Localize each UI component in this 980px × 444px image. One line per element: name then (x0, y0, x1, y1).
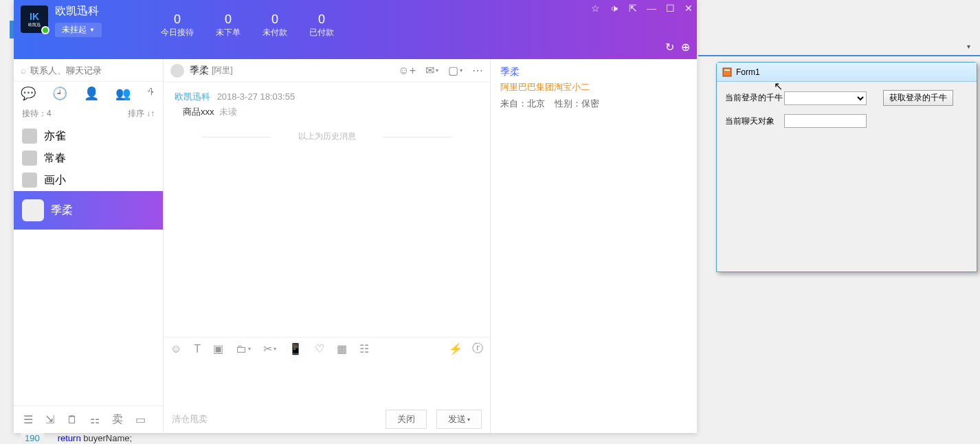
tab-group-icon[interactable]: 👥 (115, 86, 131, 101)
tab-org-icon[interactable]: ᠰ (147, 86, 159, 101)
dropdown-current-login[interactable] (784, 91, 867, 105)
avatar (22, 173, 37, 188)
stat-unpaid[interactable]: 0未付款 (263, 12, 287, 59)
contact-item[interactable]: 常春 (14, 147, 163, 169)
avatar (22, 199, 44, 221)
header-right-actions: ↻ ⊕ (665, 41, 690, 54)
video-icon[interactable]: ▢▾ (448, 64, 463, 77)
pin-icon[interactable]: ⇱ (629, 3, 637, 14)
close-button[interactable]: 关闭 (386, 410, 427, 429)
tab-chat-icon[interactable]: 💬 (21, 86, 36, 101)
chat-contact-tag: [阿里] (212, 65, 233, 76)
chat-panel: 季柔 [阿里] ☺+ ✉▾ ▢▾ ⋯ 欧凯迅科 2018-3-27 18:03:… (164, 59, 491, 433)
code-rest: buyerName; (81, 433, 132, 443)
mail-icon[interactable]: ✉▾ (425, 64, 438, 77)
form-icon (722, 67, 732, 77)
form-row-login: 当前登录的千牛 获取登录的千牛 (725, 90, 968, 106)
svg-rect-0 (723, 68, 731, 76)
message-time: 2018-3-27 18:03:55 (217, 91, 295, 102)
refresh-icon[interactable]: ↻ (665, 41, 674, 54)
close-icon[interactable]: ✕ (684, 3, 693, 14)
window-controls: ☆ 🕩 ⇱ — ☐ ✕ (591, 3, 693, 14)
info-meta: 来自：北京 性别：保密 (500, 98, 687, 110)
contact-item-selected[interactable]: 季柔 (14, 191, 163, 230)
volume-icon[interactable]: 🕩 (610, 3, 619, 14)
calc-icon[interactable]: ▦ (337, 342, 347, 355)
contact-name: 亦雀 (44, 129, 66, 144)
title-block: 欧凯迅科 未挂起 ▼ (55, 0, 102, 59)
search-icon: ⌕ (21, 65, 26, 76)
info-name: 季柔 (500, 66, 687, 78)
message-input[interactable] (172, 366, 482, 400)
chevron-down-icon: ▼ (89, 27, 95, 33)
online-status-dot (41, 26, 49, 34)
form1-title-text: Form1 (736, 67, 760, 77)
scissors-icon[interactable]: ✂▾ (263, 342, 276, 355)
stat-paid[interactable]: 0已付款 (309, 12, 334, 59)
flash-icon[interactable]: ⚡ (449, 342, 463, 356)
clipboard-icon[interactable]: 🗒 (67, 414, 78, 426)
dropdown-triangle-icon[interactable]: ▾ (967, 43, 970, 50)
app-logo: IK欧凯迅 (21, 5, 48, 33)
menu-icon[interactable]: ☰ (23, 413, 33, 426)
add-contact-icon[interactable]: ☺+ (398, 64, 416, 77)
sidebar-subrow: 接待：4 排序 ↓↑ (14, 105, 163, 125)
tab-clock-icon[interactable]: 🕘 (52, 86, 67, 101)
export-icon[interactable]: ⇲ (45, 413, 54, 426)
robot-icon[interactable]: ⓡ (472, 342, 483, 356)
contact-item[interactable]: 画小 (14, 169, 163, 191)
folder-icon[interactable]: 🗀▾ (236, 343, 251, 355)
search-row: ⌕ (14, 59, 163, 82)
status-label: 未挂起 (62, 24, 87, 36)
input-hint: 清仓甩卖 (172, 413, 208, 425)
get-login-button[interactable]: 获取登录的千牛 (883, 90, 953, 106)
tab-person-icon[interactable]: 👤 (84, 86, 99, 101)
status-dropdown[interactable]: 未挂起 ▼ (55, 23, 102, 37)
chat-app-window: IK欧凯迅 欧凯迅科 未挂起 ▼ 0今日接待 0未下单 0未付款 0已付款 ☆ … (14, 0, 697, 433)
window-icon[interactable]: ▭ (135, 413, 146, 426)
contact-list: 亦雀 常春 画小 季柔 (14, 125, 163, 406)
label-current-login: 当前登录的千牛 (725, 92, 784, 104)
heart-icon[interactable]: ♡ (315, 342, 324, 355)
gender-label: 性别： (555, 98, 581, 109)
minimize-icon[interactable]: — (647, 3, 656, 14)
card-icon[interactable]: ☷ (359, 342, 369, 355)
star-icon[interactable]: ☆ (591, 3, 600, 14)
tag-icon[interactable]: ⚏ (90, 413, 100, 426)
contact-info-panel: 季柔 阿里巴巴集团淘宝小二 来自：北京 性别：保密 (491, 59, 697, 433)
input-footer: 清仓甩卖 关闭 发送▾ (164, 406, 490, 433)
form1-body: 当前登录的千牛 获取登录的千牛 当前聊天对象 (717, 82, 977, 144)
info-org: 阿里巴巴集团淘宝小二 (500, 81, 687, 93)
add-icon[interactable]: ⊕ (681, 41, 690, 54)
send-button[interactable]: 发送▾ (436, 410, 482, 429)
avatar (22, 151, 37, 166)
sidebar-bottom-bar: ☰ ⇲ 🗒 ⚏ 卖 ▭ (14, 406, 163, 433)
background-toolbar-strip: ▾ (698, 38, 980, 56)
filter-tabs: 💬 🕘 👤 👥 ᠰ (14, 82, 163, 105)
message-sender: 欧凯迅科 (175, 91, 210, 102)
contact-name: 画小 (44, 173, 66, 188)
contact-name: 季柔 (51, 203, 73, 218)
form1-titlebar[interactable]: Form1 (717, 63, 977, 82)
more-icon[interactable]: ⋯ (472, 64, 483, 77)
sort-toggle[interactable]: 排序 ↓↑ (128, 108, 155, 120)
contact-item[interactable]: 亦雀 (14, 125, 163, 147)
chat-contact-name: 季柔 (190, 65, 209, 77)
sell-label[interactable]: 卖 (112, 412, 123, 427)
image-icon[interactable]: ▣ (213, 342, 223, 355)
text-icon[interactable]: T (194, 343, 201, 355)
phone-icon[interactable]: 📱 (289, 342, 302, 355)
message-input-area (164, 360, 490, 406)
unread-badge: 未读 (219, 107, 237, 117)
svg-rect-1 (724, 69, 730, 71)
emoji-icon[interactable]: ☺ (170, 343, 181, 355)
label-chat-target: 当前聊天对象 (725, 115, 784, 127)
from-value: 北京 (527, 98, 545, 109)
stat-noorder[interactable]: 0未下单 (216, 12, 241, 59)
stats-row: 0今日接待 0未下单 0未付款 0已付款 (150, 0, 345, 59)
maximize-icon[interactable]: ☐ (666, 3, 675, 14)
search-input[interactable] (30, 65, 156, 76)
chevron-down-icon: ▾ (467, 417, 470, 423)
input-chat-target[interactable] (784, 114, 867, 128)
stat-today[interactable]: 0今日接待 (161, 12, 194, 59)
